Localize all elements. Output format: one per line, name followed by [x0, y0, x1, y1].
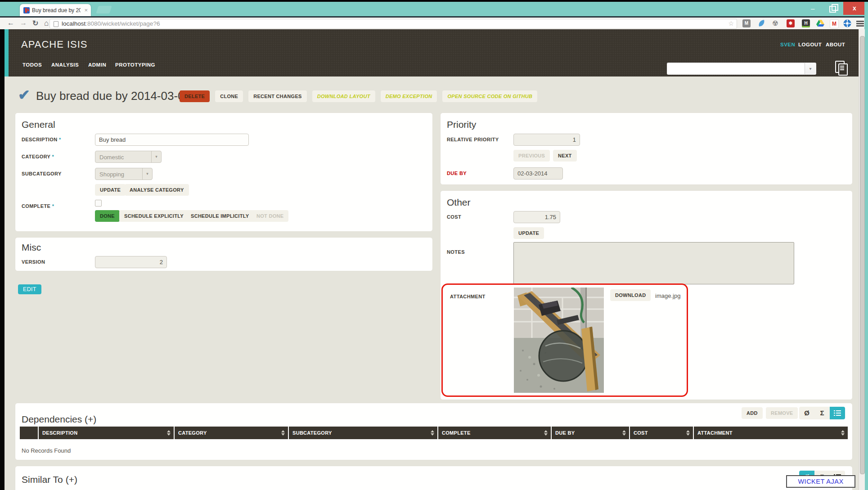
general-heading: General [22, 119, 55, 130]
description-input[interactable] [95, 134, 249, 146]
version-label: VERSION [22, 259, 45, 265]
complete-checkbox[interactable] [95, 200, 102, 207]
list-view-icon[interactable] [830, 407, 845, 419]
hipchat-icon[interactable]: H [802, 19, 810, 27]
header-accent [4, 29, 9, 76]
aperture-icon[interactable] [843, 19, 851, 27]
delete-button[interactable]: DELETE [180, 90, 210, 102]
subcategory-label: SUBCATEGORY [22, 171, 62, 176]
tab-title: Buy bread due by 20 [32, 7, 81, 13]
minimize-button[interactable]: – [811, 4, 814, 12]
twitter-feather-icon[interactable] [758, 19, 766, 27]
notes-textarea[interactable] [513, 242, 794, 284]
user-link[interactable]: SVEN [780, 42, 795, 47]
attachment-filename: image.jpg [655, 292, 680, 299]
column-description[interactable]: DESCRIPTION [39, 427, 174, 439]
screen: Buy bread due by 20 × – x ← → ↻ ⌂ localh… [0, 0, 868, 490]
clone-button[interactable]: CLONE [215, 90, 243, 102]
page-title: Buy bread due by 2014-03-02 [36, 89, 191, 103]
misc-heading: Misc [22, 242, 41, 253]
logout-link[interactable]: LOGOUT [798, 42, 822, 47]
due-by-input[interactable] [513, 167, 563, 180]
tab-close-icon[interactable]: × [84, 7, 88, 13]
dependencies-heading: Dependencies (+) [22, 414, 96, 425]
next-button[interactable]: NEXT [553, 150, 577, 162]
open-source-button[interactable]: OPEN SOURCE CODE ON GITHUB [442, 90, 537, 102]
column-attachment[interactable]: ATTACHMENT [694, 427, 848, 439]
chevron-down-icon[interactable]: ▾ [805, 63, 816, 74]
hide-columns-icon[interactable]: Ø [799, 407, 814, 419]
column-category[interactable]: CATEGORY [175, 427, 288, 439]
analyse-category-button[interactable]: ANALYSE CATEGORY [125, 184, 189, 196]
nav-prototyping[interactable]: PROTOTYPING [115, 62, 155, 67]
update-button[interactable]: UPDATE [95, 184, 126, 196]
subcategory-select[interactable]: Shopping ▾ [95, 168, 153, 180]
description-label: DESCRIPTION * [22, 137, 61, 142]
notes-label: NOTES [447, 249, 465, 255]
action-buttons: DELETE CLONE RECENT CHANGES DOWNLOAD LAY… [180, 90, 537, 102]
view-toggle-group: Ø Σ [799, 407, 845, 419]
relative-priority-input [513, 134, 580, 146]
other-heading: Other [447, 197, 471, 208]
nav-admin[interactable]: ADMIN [88, 62, 106, 67]
reload-icon[interactable]: ↻ [32, 19, 38, 27]
not-done-button[interactable]: NOT DONE [252, 210, 288, 222]
copy-icon[interactable] [835, 61, 845, 73]
restore-button[interactable] [829, 6, 836, 13]
summary-sigma-icon[interactable]: Σ [814, 407, 830, 419]
radiation-icon[interactable]: ☢ [771, 19, 779, 27]
menu-icon[interactable] [856, 21, 864, 27]
home-icon[interactable]: ⌂ [44, 19, 49, 28]
scrollbar[interactable] [859, 29, 865, 490]
schedule-explicitly-button[interactable]: SCHEDULE EXPLICITLY [119, 210, 189, 222]
previous-button[interactable]: PREVIOUS [513, 150, 550, 162]
browser-tab[interactable]: Buy bread due by 20 × [20, 4, 91, 17]
close-button[interactable]: x [843, 2, 866, 15]
remove-button[interactable]: REMOVE [766, 407, 798, 419]
app-brand[interactable]: APACHE ISIS [21, 39, 88, 50]
add-button[interactable]: ADD [742, 407, 763, 419]
attachment-image [514, 288, 604, 393]
update-cost-button[interactable]: UPDATE [513, 227, 544, 239]
url-text[interactable]: localhost:8080/wicket/wicket/page?6 [62, 20, 160, 27]
new-tab-button[interactable] [96, 6, 112, 13]
download-layout-button[interactable]: DOWNLOAD LAYOUT [312, 90, 375, 102]
edit-button[interactable]: EDIT [18, 284, 41, 294]
nav-todos[interactable]: TODOS [22, 62, 42, 67]
browser-toolbar: ← → ↻ ⌂ localhost:8080/wicket/wicket/pag… [0, 18, 868, 29]
address-bar[interactable]: localhost:8080/wicket/wicket/page?6 ☆ [49, 19, 737, 29]
done-button[interactable]: DONE [95, 210, 120, 222]
bookmark-star-icon[interactable]: ☆ [728, 20, 734, 27]
column-subcategory[interactable]: SUBCATEGORY [289, 427, 437, 439]
complete-label: COMPLETE * [22, 203, 54, 209]
nav-analysis[interactable]: ANALYSIS [51, 62, 79, 67]
scrollbar-thumb[interactable] [860, 36, 865, 474]
cost-label: COST [447, 214, 461, 220]
column-due-by[interactable]: DUE BY [552, 427, 629, 439]
similar-panel: Similar To (+) Ø Σ [15, 466, 853, 490]
recent-changes-button[interactable]: RECENT CHANGES [248, 90, 307, 102]
dependencies-panel: Dependencies (+) ADD REMOVE Ø Σ DESCRIPT… [15, 403, 853, 460]
category-select[interactable]: Domestic ▾ [95, 151, 162, 163]
back-icon[interactable]: ← [7, 19, 14, 27]
dependencies-table-header: DESCRIPTION CATEGORY SUBCATEGORY COMPLET… [20, 427, 848, 439]
wicket-ajax-debug-link[interactable]: WICKET AJAX DEBUG [786, 475, 855, 488]
drive-icon[interactable] [816, 19, 824, 27]
misc-panel: Misc VERSION [15, 237, 433, 271]
download-button[interactable]: DOWNLOAD [610, 289, 651, 301]
select-column-header [20, 427, 38, 439]
search-select[interactable]: ▾ [667, 63, 816, 75]
column-cost[interactable]: COST [630, 427, 693, 439]
gmail-icon[interactable]: M [830, 19, 839, 28]
forward-icon[interactable]: → [20, 19, 27, 27]
lastpass-icon[interactable]: ✱ [787, 19, 795, 27]
about-link[interactable]: ABOUT [826, 42, 845, 47]
demo-exception-button[interactable]: DEMO EXCEPTION [381, 90, 437, 102]
chevron-down-icon: ▾ [142, 168, 152, 180]
schedule-implicitly-button[interactable]: SCHEDULE IMPLICITLY [186, 210, 254, 222]
window-border [864, 2, 868, 490]
chevron-down-icon: ▾ [151, 151, 161, 162]
column-complete[interactable]: COMPLETE [438, 427, 551, 439]
todo-check-icon: ✔ [18, 86, 30, 103]
extension-m-icon[interactable]: M [742, 19, 751, 27]
